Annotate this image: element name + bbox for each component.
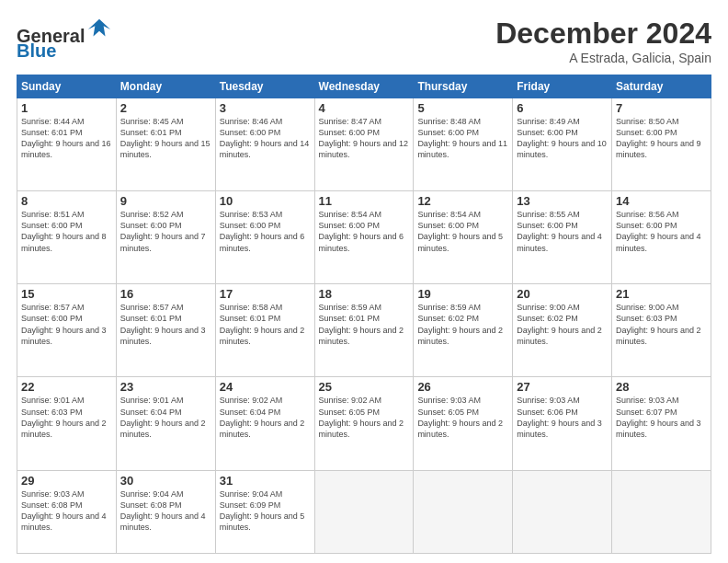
table-row: 23Sunrise: 9:01 AM Sunset: 6:04 PM Dayli…: [116, 377, 215, 470]
table-row: 26Sunrise: 9:03 AM Sunset: 6:05 PM Dayli…: [414, 377, 513, 470]
day-number: 10: [220, 194, 311, 208]
day-number: 22: [21, 380, 112, 394]
day-number: 31: [220, 474, 311, 488]
day-info: Sunrise: 8:51 AM Sunset: 6:00 PM Dayligh…: [21, 209, 112, 254]
day-number: 5: [417, 101, 508, 115]
day-info: Sunrise: 9:03 AM Sunset: 6:06 PM Dayligh…: [517, 395, 608, 440]
day-info: Sunrise: 8:50 AM Sunset: 6:00 PM Dayligh…: [616, 116, 707, 161]
day-number: 16: [120, 287, 211, 301]
col-friday: Friday: [513, 75, 612, 98]
table-row: 31Sunrise: 9:04 AM Sunset: 6:09 PM Dayli…: [215, 470, 314, 554]
table-row: 18Sunrise: 8:59 AM Sunset: 6:01 PM Dayli…: [314, 284, 414, 377]
day-number: 29: [21, 474, 112, 488]
table-row: 1Sunrise: 8:44 AM Sunset: 6:01 PM Daylig…: [17, 98, 117, 191]
table-row: 14Sunrise: 8:56 AM Sunset: 6:00 PM Dayli…: [612, 191, 711, 284]
day-info: Sunrise: 8:58 AM Sunset: 6:01 PM Dayligh…: [220, 302, 311, 347]
day-number: 13: [517, 194, 608, 208]
day-info: Sunrise: 8:44 AM Sunset: 6:01 PM Dayligh…: [21, 116, 112, 161]
day-info: Sunrise: 8:59 AM Sunset: 6:02 PM Dayligh…: [417, 302, 508, 347]
day-number: 19: [417, 287, 508, 301]
day-number: 26: [417, 380, 508, 394]
day-number: 20: [517, 287, 608, 301]
table-row: [314, 470, 414, 554]
table-row: 25Sunrise: 9:02 AM Sunset: 6:05 PM Dayli…: [314, 377, 414, 470]
table-row: 30Sunrise: 9:04 AM Sunset: 6:08 PM Dayli…: [116, 470, 215, 554]
table-row: 22Sunrise: 9:01 AM Sunset: 6:03 PM Dayli…: [17, 377, 117, 470]
table-row: 21Sunrise: 9:00 AM Sunset: 6:03 PM Dayli…: [612, 284, 711, 377]
table-row: 16Sunrise: 8:57 AM Sunset: 6:01 PM Dayli…: [116, 284, 215, 377]
calendar-title: December 2024: [495, 17, 711, 51]
calendar-page: General Blue December 2024 A Estrada, Ga…: [0, 0, 728, 563]
day-info: Sunrise: 9:04 AM Sunset: 6:08 PM Dayligh…: [120, 488, 211, 534]
table-row: [513, 470, 612, 554]
calendar-subtitle: A Estrada, Galicia, Spain: [495, 51, 711, 65]
day-number: 21: [616, 287, 707, 301]
day-info: Sunrise: 9:01 AM Sunset: 6:04 PM Dayligh…: [120, 395, 211, 440]
day-info: Sunrise: 9:03 AM Sunset: 6:07 PM Dayligh…: [616, 395, 707, 440]
day-number: 23: [120, 380, 211, 394]
day-number: 30: [120, 474, 211, 488]
title-block: December 2024 A Estrada, Galicia, Spain: [495, 17, 711, 65]
day-info: Sunrise: 8:53 AM Sunset: 6:00 PM Dayligh…: [220, 209, 311, 254]
logo: General Blue: [17, 17, 112, 62]
day-info: Sunrise: 9:01 AM Sunset: 6:03 PM Dayligh…: [21, 395, 112, 440]
col-tuesday: Tuesday: [215, 75, 314, 98]
day-info: Sunrise: 9:02 AM Sunset: 6:04 PM Dayligh…: [220, 395, 311, 440]
table-row: 19Sunrise: 8:59 AM Sunset: 6:02 PM Dayli…: [414, 284, 513, 377]
table-row: 20Sunrise: 9:00 AM Sunset: 6:02 PM Dayli…: [513, 284, 612, 377]
day-info: Sunrise: 8:55 AM Sunset: 6:00 PM Dayligh…: [517, 209, 608, 254]
day-info: Sunrise: 8:59 AM Sunset: 6:01 PM Dayligh…: [319, 302, 410, 347]
table-row: [612, 470, 711, 554]
col-sunday: Sunday: [17, 75, 117, 98]
table-row: 13Sunrise: 8:55 AM Sunset: 6:00 PM Dayli…: [513, 191, 612, 284]
calendar-table: Sunday Monday Tuesday Wednesday Thursday…: [17, 75, 711, 554]
day-info: Sunrise: 8:54 AM Sunset: 6:00 PM Dayligh…: [417, 209, 508, 254]
col-saturday: Saturday: [612, 75, 711, 98]
day-number: 28: [616, 380, 707, 394]
day-number: 7: [616, 101, 707, 115]
day-info: Sunrise: 9:00 AM Sunset: 6:02 PM Dayligh…: [517, 302, 608, 347]
day-number: 8: [21, 194, 112, 208]
table-row: 5Sunrise: 8:48 AM Sunset: 6:00 PM Daylig…: [414, 98, 513, 191]
day-number: 3: [220, 101, 311, 115]
table-row: 29Sunrise: 9:03 AM Sunset: 6:08 PM Dayli…: [17, 470, 117, 554]
table-row: 12Sunrise: 8:54 AM Sunset: 6:00 PM Dayli…: [414, 191, 513, 284]
day-info: Sunrise: 8:48 AM Sunset: 6:00 PM Dayligh…: [417, 116, 508, 161]
day-info: Sunrise: 8:46 AM Sunset: 6:00 PM Dayligh…: [220, 116, 311, 161]
table-row: 10Sunrise: 8:53 AM Sunset: 6:00 PM Dayli…: [215, 191, 314, 284]
day-info: Sunrise: 9:00 AM Sunset: 6:03 PM Dayligh…: [616, 302, 707, 347]
day-number: 18: [319, 287, 410, 301]
day-number: 24: [220, 380, 311, 394]
col-thursday: Thursday: [414, 75, 513, 98]
day-number: 6: [517, 101, 608, 115]
day-info: Sunrise: 9:02 AM Sunset: 6:05 PM Dayligh…: [319, 395, 410, 440]
day-info: Sunrise: 8:56 AM Sunset: 6:00 PM Dayligh…: [616, 209, 707, 254]
col-monday: Monday: [116, 75, 215, 98]
day-info: Sunrise: 9:03 AM Sunset: 6:08 PM Dayligh…: [21, 488, 112, 534]
table-row: 2Sunrise: 8:45 AM Sunset: 6:01 PM Daylig…: [116, 98, 215, 191]
day-info: Sunrise: 8:57 AM Sunset: 6:01 PM Dayligh…: [120, 302, 211, 347]
table-row: 9Sunrise: 8:52 AM Sunset: 6:00 PM Daylig…: [116, 191, 215, 284]
table-row: 11Sunrise: 8:54 AM Sunset: 6:00 PM Dayli…: [314, 191, 414, 284]
weekday-row: Sunday Monday Tuesday Wednesday Thursday…: [17, 75, 711, 98]
table-row: 28Sunrise: 9:03 AM Sunset: 6:07 PM Dayli…: [612, 377, 711, 470]
day-number: 27: [517, 380, 608, 394]
day-number: 25: [319, 380, 410, 394]
table-row: 6Sunrise: 8:49 AM Sunset: 6:00 PM Daylig…: [513, 98, 612, 191]
day-number: 4: [319, 101, 410, 115]
day-info: Sunrise: 9:03 AM Sunset: 6:05 PM Dayligh…: [417, 395, 508, 440]
col-wednesday: Wednesday: [314, 75, 414, 98]
svg-marker-0: [88, 19, 110, 37]
day-info: Sunrise: 8:45 AM Sunset: 6:01 PM Dayligh…: [120, 116, 211, 161]
day-info: Sunrise: 8:57 AM Sunset: 6:00 PM Dayligh…: [21, 302, 112, 347]
calendar-body: 1Sunrise: 8:44 AM Sunset: 6:01 PM Daylig…: [17, 98, 711, 554]
day-info: Sunrise: 8:47 AM Sunset: 6:00 PM Dayligh…: [319, 116, 410, 161]
logo-bird-icon: [86, 17, 112, 42]
table-row: 8Sunrise: 8:51 AM Sunset: 6:00 PM Daylig…: [17, 191, 117, 284]
day-number: 12: [417, 194, 508, 208]
table-row: 17Sunrise: 8:58 AM Sunset: 6:01 PM Dayli…: [215, 284, 314, 377]
table-row: 27Sunrise: 9:03 AM Sunset: 6:06 PM Dayli…: [513, 377, 612, 470]
day-number: 14: [616, 194, 707, 208]
day-number: 15: [21, 287, 112, 301]
day-number: 11: [319, 194, 410, 208]
